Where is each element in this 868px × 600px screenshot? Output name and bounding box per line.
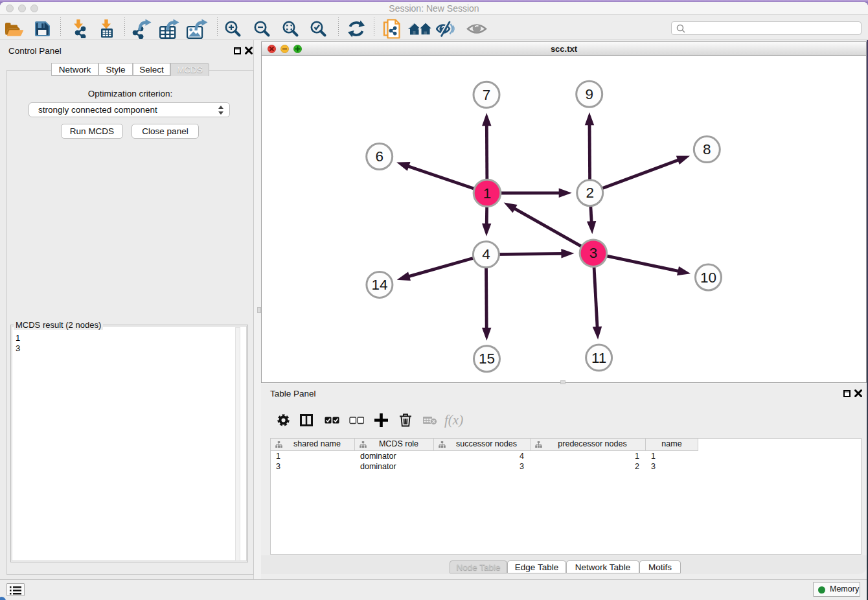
svg-text:3: 3 bbox=[589, 245, 598, 261]
svg-text:9: 9 bbox=[585, 86, 593, 102]
svg-text:2: 2 bbox=[586, 185, 594, 201]
svg-text:1: 1 bbox=[483, 185, 492, 202]
svg-text:11: 11 bbox=[591, 350, 606, 366]
svg-text:6: 6 bbox=[375, 148, 383, 165]
svg-text:7: 7 bbox=[483, 87, 491, 103]
svg-text:10: 10 bbox=[700, 270, 716, 286]
svg-text:4: 4 bbox=[482, 246, 490, 262]
svg-text:8: 8 bbox=[703, 141, 711, 157]
svg-text:14: 14 bbox=[371, 277, 387, 293]
svg-text:15: 15 bbox=[479, 351, 495, 367]
